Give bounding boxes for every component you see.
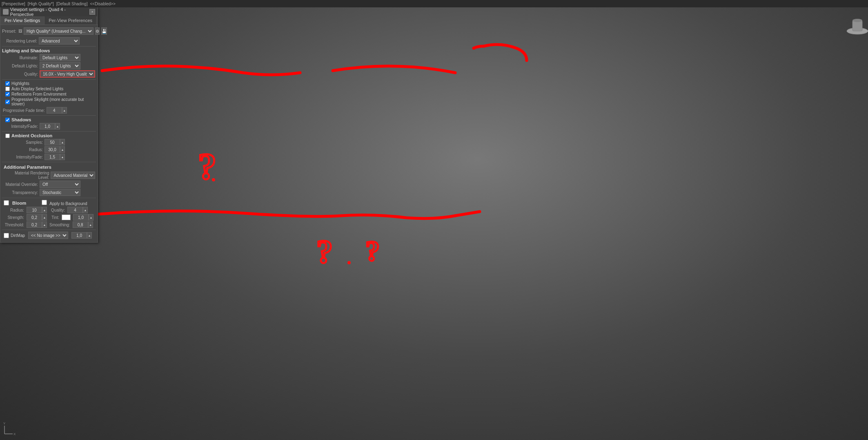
material-override-row: Material Override: Off	[2, 181, 96, 188]
ao-radius-spin[interactable]: ▲	[60, 146, 65, 153]
progressive-fade-spin-up[interactable]: ▲	[62, 107, 67, 114]
bloom-row3: Threshold: ▲ Smoothing: ▲	[4, 221, 94, 228]
shadows-intensity-row: Intensity/Fade: ▲	[2, 123, 96, 130]
ao-radius-input-wrap: ▲	[45, 146, 65, 153]
divider-2	[2, 79, 96, 80]
reflections-checkbox-row: Reflections From Environment	[5, 92, 96, 96]
bloom-row2: Strength: ▲ Tint: ▲	[4, 214, 94, 221]
bloom-radius-input[interactable]	[27, 207, 42, 213]
default-lights-label: Default Lights:	[3, 64, 40, 68]
rendering-level-select[interactable]: Advanced	[39, 37, 80, 45]
preset-settings-btn[interactable]: ⚙	[95, 27, 100, 35]
bloom-threshold-input[interactable]	[27, 221, 42, 228]
bloom-strength-spin[interactable]: ▲	[42, 214, 47, 221]
quality-label: Quality:	[3, 72, 40, 76]
bloom-threshold-label: Threshold:	[4, 223, 24, 227]
apply-to-bg-checkbox[interactable]	[42, 200, 47, 205]
dialog-tabs: Per-View Settings Per-View Preferences	[0, 16, 98, 25]
ao-samples-row: Samples: ▲	[7, 139, 96, 145]
progressive-fade-input[interactable]	[47, 107, 62, 114]
dirtmap-value-wrap: ▲	[71, 232, 92, 239]
viewport: ? ? ? ? X Y	[0, 7, 868, 440]
viewport-background	[0, 7, 868, 440]
ao-sub-fields: Samples: ▲ Radius: ▲ Intensity/Fade: ▲	[7, 139, 96, 160]
dialog-titlebar: Viewport settings - Quad 4 - Perspective…	[0, 7, 98, 16]
bloom-quality-spin[interactable]: ▲	[83, 207, 88, 213]
ao-samples-spin[interactable]: ▲	[60, 139, 65, 145]
tab-per-view-preferences[interactable]: Per-View Preferences	[45, 16, 97, 25]
dirtmap-row: DirtMap << No image >> ▲	[4, 232, 94, 239]
dirtmap-value-input[interactable]	[71, 232, 87, 239]
preset-row: Preset: 🖼 High Quality* (Unsaved Chang..…	[2, 27, 96, 35]
bloom-smoothing-label: Smoothing:	[49, 223, 70, 227]
ao-intensity-row: Intensity/Fade: ▲	[7, 154, 96, 160]
shadows-intensity-input[interactable]	[40, 123, 55, 130]
material-override-select[interactable]: Off	[40, 181, 80, 188]
bloom-smoothing-input[interactable]	[73, 221, 88, 228]
progressive-fade-row: Progressive Fade time: ▲	[2, 107, 96, 114]
ao-radius-label: Radius:	[8, 147, 45, 152]
bloom-threshold-wrap: ▲	[27, 221, 47, 228]
bloom-radius-wrap: ▲	[27, 207, 47, 213]
bloom-radius-spin[interactable]: ▲	[42, 207, 47, 213]
dialog-content: Preset: 🖼 High Quality* (Unsaved Chang..…	[0, 25, 98, 242]
reflections-label: Reflections From Environment	[11, 92, 67, 96]
preset-save-btn[interactable]: 💾	[101, 27, 107, 35]
close-button[interactable]: ×	[89, 9, 95, 15]
transparency-select[interactable]: Stochastic	[40, 189, 80, 196]
bloom-header-row: Bloom Apply to Background	[4, 200, 94, 206]
dirtmap-file-select[interactable]: << No image >>	[28, 232, 68, 239]
bloom-strength-input[interactable]	[27, 214, 42, 221]
dirtmap-checkbox[interactable]	[4, 233, 9, 238]
highlights-checkbox[interactable]	[5, 81, 10, 86]
progressive-fade-label: Progressive Fade time:	[3, 108, 47, 113]
ao-checkbox[interactable]	[5, 134, 10, 138]
shadows-intensity-spin[interactable]: ▲	[55, 123, 60, 130]
reflections-checkbox[interactable]	[5, 92, 10, 96]
auto-display-label: Auto Display Selected Lights	[11, 87, 63, 91]
ao-intensity-input[interactable]	[45, 154, 60, 160]
ao-samples-input[interactable]	[45, 139, 60, 145]
svg-text:X: X	[13, 432, 16, 436]
hat-icon	[845, 16, 866, 32]
tab-per-view-settings[interactable]: Per-View Settings	[0, 16, 45, 25]
shadows-intensity-input-wrap: ▲	[40, 123, 60, 130]
dirtmap-value-spin[interactable]: ▲	[87, 232, 92, 239]
ao-intensity-spin[interactable]: ▲	[60, 154, 65, 160]
material-override-label: Material Override:	[3, 182, 40, 187]
bloom-strength-wrap: ▲	[27, 214, 47, 221]
dialog-title: Viewport settings - Quad 4 - Perspective	[10, 7, 89, 17]
ao-radius-row: Radius: ▲	[7, 146, 96, 153]
bloom-checkbox[interactable]	[4, 200, 9, 205]
progressive-skylight-checkbox-row: Progressive Skylight (more accurate but …	[5, 97, 96, 106]
transparency-row: Transparency: Stochastic	[2, 189, 96, 196]
shadows-checkbox[interactable]	[5, 118, 10, 122]
progressive-skylight-checkbox[interactable]	[5, 100, 10, 104]
top-toolbar: [Perspective] [High Quality*] [Default S…	[0, 0, 868, 7]
quality-row: Quality: 16.0X - Very High Quality	[2, 70, 96, 78]
quality-select[interactable]: 16.0X - Very High Quality	[40, 70, 95, 78]
auto-display-checkbox[interactable]	[5, 87, 10, 91]
default-lights-select[interactable]: 2 Default Lights	[40, 62, 80, 69]
tint-color-swatch[interactable]	[62, 214, 71, 220]
material-rendering-level-label: Material Rendering Level:	[3, 171, 51, 180]
material-rendering-level-select[interactable]: Advanced Material	[51, 172, 95, 179]
toolbar-item-shading[interactable]: [Default Shading]	[56, 2, 88, 6]
rendering-level-row: Rendering Level: Advanced	[2, 37, 96, 45]
ao-samples-input-wrap: ▲	[45, 139, 65, 145]
progressive-skylight-label: Progressive Skylight (more accurate but …	[11, 97, 96, 106]
toolbar-item-disabled[interactable]: <<Disabled>>	[90, 2, 115, 6]
additional-parameters-title: Additional Parameters	[4, 165, 94, 170]
toolbar-item-perspective[interactable]: [Perspective]	[2, 2, 25, 6]
bloom-tint-input[interactable]	[73, 214, 89, 221]
preset-select[interactable]: High Quality* (Unsaved Chang...	[24, 27, 93, 35]
bloom-tint-spin[interactable]: ▲	[89, 214, 93, 221]
ao-radius-input[interactable]	[45, 146, 60, 153]
bloom-quality-input[interactable]	[67, 207, 83, 213]
bloom-smoothing-spin[interactable]: ▲	[88, 221, 93, 228]
illuminate-select[interactable]: Default Lights	[40, 54, 80, 61]
divider-6	[2, 198, 96, 198]
bloom-smoothing-wrap: ▲	[73, 221, 93, 228]
bloom-threshold-spin[interactable]: ▲	[42, 221, 47, 228]
toolbar-item-quality[interactable]: [High Quality*]	[28, 2, 54, 6]
